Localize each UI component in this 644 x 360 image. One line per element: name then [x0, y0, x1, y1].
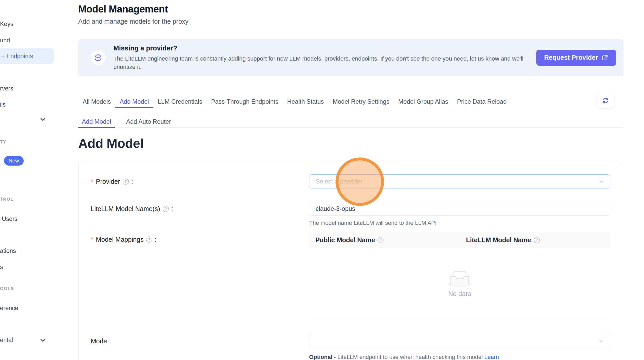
request-provider-button[interactable]: Request Provider — [536, 50, 616, 66]
add-model-subtabs: Add Model Add Auto Router — [78, 116, 623, 128]
model-name-helper: The model name LiteLLM will send to the … — [309, 220, 610, 226]
tab-llm-credentials[interactable]: LLM Credentials — [153, 96, 207, 108]
subtab-add-model[interactable]: Add Model — [78, 116, 115, 127]
label-colon: : — [155, 236, 157, 243]
model-tabs: All Models Add Model LLM Credentials Pas… — [78, 96, 623, 108]
mode-helper: Optional - LiteLLM endpoint to use when … — [309, 354, 610, 360]
page-title: Model Management — [78, 4, 168, 15]
missing-provider-banner: Missing a provider? The LiteLLM engineer… — [78, 39, 623, 76]
add-model-form-card: * Provider ? : Select a provider LiteLLM… — [78, 162, 622, 360]
col-public-model-name: Public Model Name ? — [309, 232, 460, 248]
label-colon: : — [131, 178, 133, 185]
learn-link[interactable]: Learn — [484, 354, 499, 360]
tab-model-retry-settings[interactable]: Model Retry Settings — [328, 96, 394, 108]
required-marker: * — [91, 236, 93, 243]
sidebar-item-users[interactable]: Users — [2, 215, 17, 222]
tab-all-models[interactable]: All Models — [78, 96, 115, 108]
sidebar-item-experimental[interactable]: ental — [0, 337, 13, 344]
mappings-table-header: Public Model Name ? LiteLLM Model Name ? — [309, 232, 610, 248]
mode-label-text: Mode — [91, 337, 107, 345]
model-name-row: LiteLLM Model Name(s) ? : claude-3-opus — [91, 202, 610, 216]
request-provider-label: Request Provider — [544, 54, 598, 61]
chevron-down-icon — [599, 179, 604, 184]
model-mappings-label: * Model Mappings ? : — [91, 232, 309, 243]
external-link-icon — [602, 54, 608, 61]
model-name-label: LiteLLM Model Name(s) ? : — [91, 205, 309, 213]
sidebar: Keys und + Endpoints rvers ils TY New TR… — [0, 0, 55, 360]
tab-health-status[interactable]: Health Status — [283, 96, 328, 108]
chevron-down-icon[interactable] — [40, 337, 46, 344]
help-circle-icon[interactable]: ? — [378, 237, 383, 243]
model-mappings-row: * Model Mappings ? : Public Model Name ?… — [91, 232, 610, 320]
model-name-helper-row: The model name LiteLLM will send to the … — [91, 216, 610, 226]
provider-label: * Provider ? : — [91, 178, 309, 185]
required-marker: * — [91, 178, 93, 185]
sidebar-item-servers[interactable]: rvers — [0, 85, 13, 92]
plus-circle-icon — [90, 50, 106, 65]
sidebar-section-header: TROL — [0, 197, 14, 202]
refresh-icon — [602, 97, 609, 104]
sidebar-item-guardrails[interactable]: ils — [0, 101, 6, 108]
help-circle-icon[interactable]: ? — [534, 237, 540, 243]
banner-title: Missing a provider? — [113, 44, 528, 52]
model-name-input[interactable]: claude-3-opus — [309, 202, 610, 216]
tab-model-group-alias[interactable]: Model Group Alias — [394, 96, 453, 108]
add-model-heading: Add Model — [78, 136, 144, 151]
mode-row: Mode : — [91, 334, 610, 348]
tab-add-model[interactable]: Add Model — [115, 96, 153, 108]
sidebar-section-header: OOLS — [0, 286, 14, 291]
mode-helper-bold: Optional — [309, 354, 332, 360]
model-name-value: claude-3-opus — [316, 205, 355, 212]
sidebar-item-teams[interactable]: s — [0, 264, 3, 271]
provider-label-text: Provider — [96, 178, 120, 185]
help-circle-icon[interactable]: ? — [123, 179, 129, 185]
chevron-down-icon — [599, 338, 604, 344]
tab-price-data-reload[interactable]: Price Data Reload — [453, 96, 511, 108]
model-mappings-table: Public Model Name ? LiteLLM Model Name ? — [309, 232, 610, 320]
label-colon: : — [109, 337, 111, 345]
subtab-add-auto-router[interactable]: Add Auto Router — [122, 116, 174, 127]
mode-helper-row: Optional - LiteLLM endpoint to use when … — [91, 348, 610, 360]
sidebar-item-inference[interactable]: erence — [0, 305, 18, 312]
refresh-button[interactable] — [597, 93, 614, 108]
model-name-label-text: LiteLLM Model Name(s) — [91, 205, 160, 213]
model-mappings-label-text: Model Mappings — [96, 236, 144, 243]
mode-helper-text: - LiteLLM endpoint to use when health ch… — [332, 354, 484, 360]
label-colon: : — [171, 205, 173, 213]
sidebar-section-header: TY — [0, 140, 6, 145]
no-data-text: No data — [448, 290, 471, 298]
mappings-empty-state: No data — [309, 248, 610, 320]
sidebar-item-models-endpoints[interactable]: + Endpoints — [0, 48, 54, 64]
provider-select-placeholder: Select a provider — [316, 178, 362, 185]
new-badge[interactable]: New — [4, 156, 24, 166]
chevron-down-icon[interactable] — [40, 116, 46, 123]
provider-select[interactable]: Select a provider — [309, 174, 610, 188]
col-litellm-model-name: LiteLLM Model Name ? — [460, 232, 610, 248]
empty-inbox-icon — [447, 271, 472, 287]
tab-pass-through-endpoints[interactable]: Pass-Through Endpoints — [207, 96, 283, 108]
sidebar-item-playground[interactable]: und — [0, 37, 10, 44]
banner-body: The LiteLLM engineering team is constant… — [113, 55, 528, 71]
page-subtitle: Add and manage models for the proxy — [78, 18, 188, 25]
sidebar-item-label: + Endpoints — [0, 53, 33, 60]
provider-row: * Provider ? : Select a provider — [91, 174, 610, 188]
banner-text: Missing a provider? The LiteLLM engineer… — [113, 44, 528, 71]
help-circle-icon[interactable]: ? — [146, 237, 152, 243]
sidebar-item-organizations[interactable]: ations — [0, 247, 16, 254]
help-circle-icon[interactable]: ? — [163, 206, 169, 212]
mode-label: Mode : — [91, 337, 309, 345]
mode-select[interactable] — [309, 334, 610, 348]
sidebar-item-keys[interactable]: Keys — [0, 21, 13, 28]
